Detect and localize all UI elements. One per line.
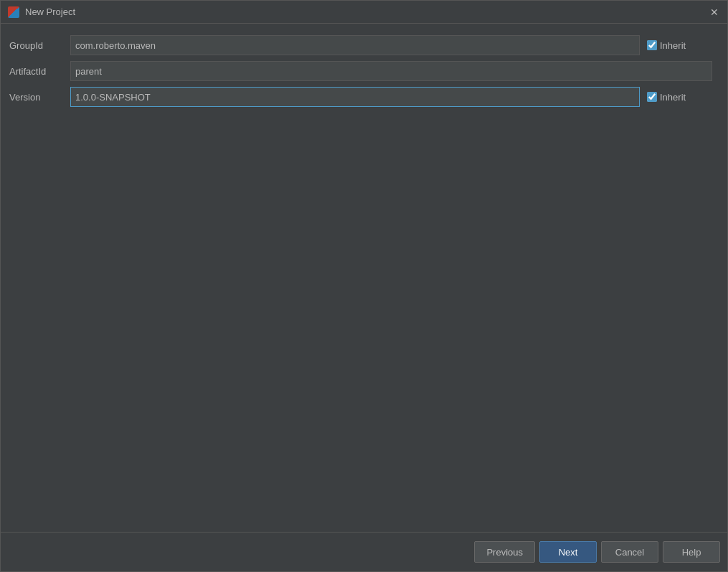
group-id-inherit-label[interactable]: Inherit	[660, 40, 686, 51]
next-button[interactable]: Next	[539, 541, 597, 563]
new-project-dialog: New Project ✕ GroupId Inherit ArtifactId…	[0, 0, 728, 572]
content-area: GroupId Inherit ArtifactId Version Inher…	[1, 24, 727, 532]
group-id-input[interactable]	[70, 35, 640, 55]
group-id-row: GroupId Inherit	[9, 35, 719, 55]
artifact-id-row: ArtifactId	[9, 61, 719, 81]
version-row: Version Inherit	[9, 87, 719, 107]
artifact-id-input[interactable]	[70, 61, 712, 81]
group-id-label: GroupId	[9, 40, 70, 51]
close-button[interactable]: ✕	[709, 6, 720, 18]
footer: Previous Next Cancel Help	[1, 532, 727, 571]
maven-icon	[8, 6, 19, 18]
group-id-inherit: Inherit	[647, 40, 719, 51]
version-label: Version	[9, 92, 70, 103]
version-inherit-checkbox[interactable]	[647, 92, 657, 102]
help-button[interactable]: Help	[663, 541, 720, 563]
title-bar: New Project ✕	[1, 1, 727, 24]
version-inherit-label[interactable]: Inherit	[660, 92, 686, 103]
version-input[interactable]	[70, 87, 640, 107]
cancel-button[interactable]: Cancel	[601, 541, 658, 563]
dialog-title: New Project	[25, 6, 75, 17]
previous-button[interactable]: Previous	[474, 541, 535, 563]
group-id-inherit-checkbox[interactable]	[647, 40, 657, 50]
version-inherit: Inherit	[647, 92, 719, 103]
title-bar-left: New Project	[8, 6, 75, 18]
artifact-id-label: ArtifactId	[9, 66, 70, 77]
